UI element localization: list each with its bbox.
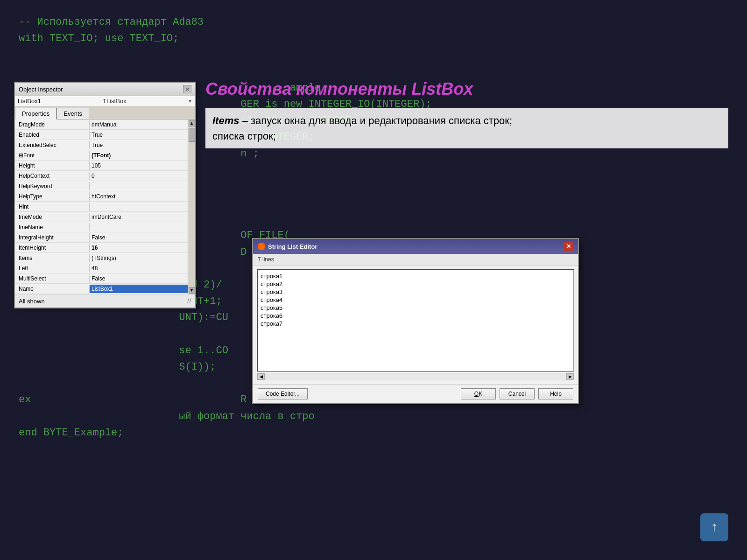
prop-name-hint: Hint	[15, 203, 90, 211]
scroll-left-btn[interactable]: ◀	[257, 373, 265, 380]
dialog-lines-info: 7 lines	[253, 254, 578, 266]
description-line2: списка строк;	[212, 130, 276, 142]
component-dropdown-arrow[interactable]: ▼	[188, 98, 192, 104]
prop-row-hint[interactable]: Hint	[15, 202, 195, 212]
inspector-scrollbar[interactable]: ▲ ▼	[188, 119, 195, 294]
prop-value-helpcontext: 0	[90, 172, 195, 180]
horizontal-scrollbar[interactable]: ◀ ▶	[257, 373, 574, 380]
prop-value-name: ListBox1	[90, 285, 195, 293]
scroll-right-btn[interactable]: ▶	[566, 373, 574, 380]
list-item: строка7	[260, 320, 571, 328]
prop-name-helptype: HelpType	[15, 192, 90, 201]
prop-value-items: (TStrings)	[90, 254, 195, 262]
prop-name-items: Items	[15, 254, 90, 262]
tab-events[interactable]: Events	[56, 108, 89, 119]
list-item: строка5	[260, 304, 571, 312]
help-button[interactable]: Help	[538, 388, 573, 399]
inspector-footer: All shown //	[15, 294, 195, 308]
component-name: ListBox1	[18, 98, 100, 105]
prop-row-imemode[interactable]: ImeMode imDontCare	[15, 212, 195, 222]
prop-name-integralheight: IntegralHeight	[15, 233, 90, 242]
prop-value-left: 48	[90, 264, 195, 273]
prop-row-imename[interactable]: ImeName	[15, 222, 195, 232]
prop-row-name[interactable]: Name ListBox1	[15, 284, 195, 294]
main-content: Свойства компоненты ListBox Items – запу…	[205, 79, 728, 148]
dialog-footer: Code Editor... OK Cancel Help	[253, 384, 578, 403]
description-rest: – запуск окна для ввода и редактирования…	[239, 115, 512, 126]
lines-count: 7 lines	[258, 256, 274, 263]
ok-button[interactable]: OK	[461, 388, 496, 399]
prop-row-dragmode[interactable]: DragMode dmManual	[15, 119, 195, 130]
up-arrow-icon: ↑	[711, 520, 719, 535]
page-title: Свойства компоненты ListBox	[205, 79, 728, 99]
footer-all-shown: All shown	[19, 298, 45, 305]
prop-name-helpkeyword: HelpKeyword	[15, 182, 90, 190]
prop-row-multiselect[interactable]: MultiSelect False	[15, 273, 195, 284]
prop-value-dragmode: dmManual	[90, 120, 195, 129]
prop-value-hint	[90, 206, 195, 208]
prop-name-imename: ImeName	[15, 223, 90, 231]
prop-row-height[interactable]: Height 105	[15, 161, 195, 171]
prop-name-font: ⊞Font	[15, 151, 90, 160]
component-type: TListBox	[103, 98, 185, 105]
up-arrow-button[interactable]: ↑	[700, 513, 728, 541]
list-item: строка4	[260, 296, 571, 304]
dialog-close-button[interactable]: ✕	[564, 242, 573, 251]
list-item: строка6	[260, 312, 571, 320]
prop-value-imemode: imDontCare	[90, 213, 195, 221]
prop-row-helptype[interactable]: HelpType htContext	[15, 191, 195, 202]
prop-row-helpcontext[interactable]: HelpContext 0	[15, 171, 195, 181]
dialog-title-bar: String List Editor ✕	[253, 239, 578, 254]
prop-name-height: Height	[15, 161, 90, 170]
inspector-title-bar: Object Inspector ✕	[15, 83, 195, 96]
dialog-action-buttons: OK Cancel Help	[461, 388, 573, 399]
page-title-highlight: ListBox	[411, 79, 473, 98]
page-title-prefix: Свойства компоненты	[205, 79, 411, 98]
prop-name-left: Left	[15, 264, 90, 273]
prop-row-helpkeyword[interactable]: HelpKeyword	[15, 181, 195, 191]
string-list-dialog: String List Editor ✕ 7 lines строка1 стр…	[252, 238, 579, 404]
inspector-title: Object Inspector	[19, 86, 63, 93]
tab-properties[interactable]: Properties	[15, 108, 56, 119]
prop-name-itemheight: ItemHeight	[15, 244, 90, 252]
prop-row-extendedselec[interactable]: ExtendedSelec True	[15, 140, 195, 150]
prop-value-enabled: True	[90, 131, 195, 139]
properties-table: DragMode dmManual Enabled True ExtendedS…	[15, 119, 195, 294]
prop-value-helptype: htContext	[90, 192, 195, 201]
dialog-content: строка1 строка2 строка3 строка4 строка5 …	[253, 266, 578, 384]
string-list-area[interactable]: строка1 строка2 строка3 строка4 строка5 …	[257, 269, 574, 372]
prop-name-helpcontext: HelpContext	[15, 172, 90, 180]
component-selector-row[interactable]: ListBox1 TListBox ▼	[15, 96, 195, 106]
prop-value-imename	[90, 226, 195, 228]
resize-grip[interactable]: //	[187, 297, 191, 305]
prop-name-imemode: ImeMode	[15, 213, 90, 221]
code-editor-button[interactable]: Code Editor...	[258, 388, 308, 399]
inspector-tabs: Properties Events	[15, 106, 195, 119]
object-inspector-panel: Object Inspector ✕ ListBox1 TListBox ▼ P…	[14, 82, 196, 308]
list-item: строка2	[260, 280, 571, 288]
description-bold: Items	[212, 115, 239, 126]
dialog-title-text: String List Editor	[268, 243, 317, 250]
prop-row-font[interactable]: ⊞Font (TFont)	[15, 150, 195, 161]
inspector-close-button[interactable]: ✕	[183, 85, 191, 93]
prop-value-multiselect: False	[90, 274, 195, 283]
list-item: строка3	[260, 288, 571, 296]
prop-row-items[interactable]: Items (TStrings)	[15, 253, 195, 263]
dialog-title-icon	[258, 243, 265, 250]
prop-row-integralheight[interactable]: IntegralHeight False	[15, 232, 195, 243]
prop-row-left[interactable]: Left 48	[15, 263, 195, 273]
cancel-button[interactable]: Cancel	[500, 388, 535, 399]
prop-row-enabled[interactable]: Enabled True	[15, 130, 195, 140]
prop-value-itemheight: 16	[90, 244, 195, 252]
prop-name-extendedselec: ExtendedSelec	[15, 141, 90, 149]
prop-name-multiselect: MultiSelect	[15, 274, 90, 283]
prop-value-integralheight: False	[90, 233, 195, 242]
description-box: Items – запуск окна для ввода и редактир…	[205, 108, 728, 148]
prop-value-helpkeyword	[90, 185, 195, 187]
list-item: строка1	[260, 272, 571, 280]
prop-row-itemheight[interactable]: ItemHeight 16	[15, 243, 195, 253]
prop-value-height: 105	[90, 161, 195, 170]
prop-name-name: Name	[15, 285, 90, 293]
prop-value-extendedselec: True	[90, 141, 195, 149]
dialog-title-left: String List Editor	[258, 243, 317, 250]
